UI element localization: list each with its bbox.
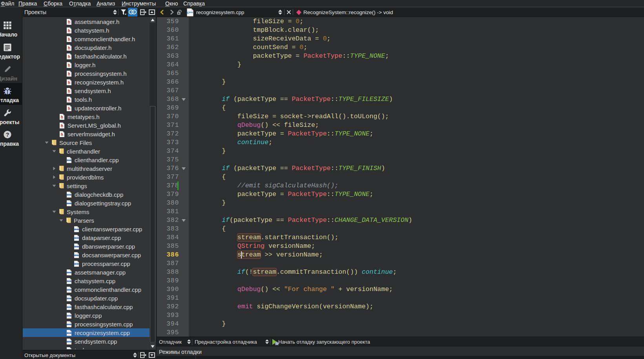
svg-text:h: h — [68, 20, 70, 24]
svg-text:h: h — [61, 132, 63, 137]
svg-text:h: h — [68, 37, 70, 42]
svg-text:h: h — [68, 72, 70, 76]
svg-text:h: h — [68, 89, 70, 93]
svg-text:h: h — [68, 46, 70, 50]
svg-text:h: h — [68, 81, 70, 85]
svg-text:h: h — [68, 29, 70, 33]
svg-text:h: h — [68, 106, 70, 111]
svg-text:h: h — [68, 63, 70, 68]
svg-text:h: h — [68, 55, 70, 59]
svg-text:h: h — [61, 124, 63, 128]
svg-text:h: h — [61, 115, 63, 119]
svg-text:h: h — [68, 98, 70, 102]
svg-text:c++: c++ — [187, 10, 193, 15]
svg-text:?: ? — [6, 132, 9, 138]
